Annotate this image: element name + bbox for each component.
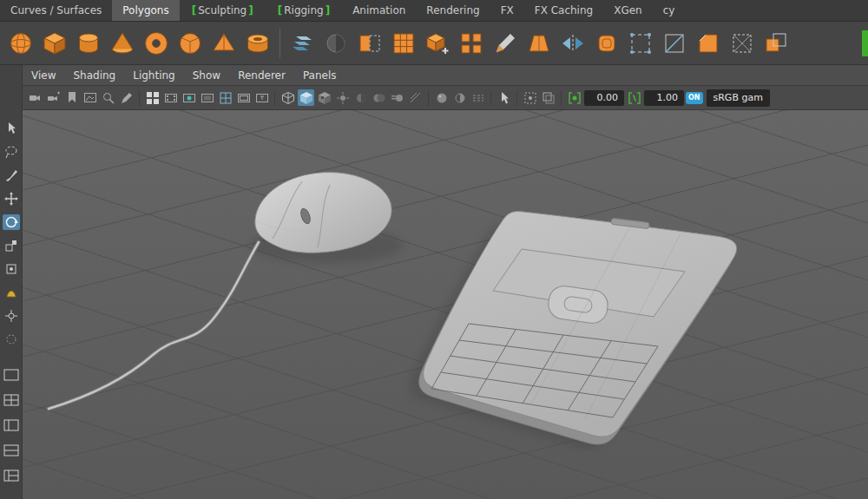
- mirror-geometry-icon[interactable]: [559, 30, 587, 57]
- lasso-tool[interactable]: [3, 144, 20, 160]
- tab-rigging[interactable]: [ Rigging ]: [266, 0, 342, 21]
- universal-manipulator-tool[interactable]: [3, 261, 20, 277]
- last-tool[interactable]: [3, 332, 20, 347]
- poly-sphere-icon[interactable]: [7, 30, 35, 57]
- film-gate-icon[interactable]: [162, 89, 179, 106]
- tab-polygons[interactable]: Polygons: [112, 0, 179, 21]
- viewport-background: [23, 110, 868, 499]
- poly-cube-icon[interactable]: [41, 30, 69, 57]
- toolbar-divider: [561, 90, 562, 106]
- poly-cone-icon[interactable]: [108, 30, 136, 57]
- resolution-gate-icon[interactable]: [181, 89, 197, 106]
- toolbar-divider: [139, 90, 140, 106]
- motion-blur-icon[interactable]: [389, 89, 405, 106]
- show-manipulator-tool[interactable]: [3, 308, 20, 324]
- tab-xgen[interactable]: XGen: [603, 0, 653, 21]
- two-sided-lighting-icon[interactable]: [451, 89, 468, 106]
- shadows-icon[interactable]: [352, 89, 369, 106]
- rotate-tool[interactable]: [3, 214, 20, 230]
- fog-icon[interactable]: [470, 89, 486, 106]
- field-chart-icon[interactable]: [217, 89, 233, 106]
- screen-space-ao-icon[interactable]: [371, 89, 387, 106]
- cube-add-icon[interactable]: [424, 30, 451, 57]
- grid-toggle-icon[interactable]: [144, 89, 161, 106]
- poly-sphere-smooth-icon[interactable]: [176, 30, 204, 57]
- camera-attributes-icon[interactable]: [45, 89, 62, 106]
- shelf-clipped-icon[interactable]: [862, 30, 868, 56]
- persp-outliner-layout[interactable]: [3, 468, 20, 483]
- colorspace-selector[interactable]: sRGB gam: [707, 89, 770, 107]
- shaded-mode-icon[interactable]: [298, 89, 314, 106]
- panel-menu-show[interactable]: Show: [184, 69, 229, 82]
- poly-torus-icon[interactable]: [142, 30, 170, 57]
- panel-menu-lighting[interactable]: Lighting: [124, 69, 184, 82]
- boolean-difference-icon[interactable]: [322, 30, 350, 57]
- panel-menu-view[interactable]: View: [23, 69, 64, 82]
- pane-outliner-layout[interactable]: [3, 417, 20, 433]
- tab-rendering[interactable]: Rendering: [416, 0, 490, 21]
- default-material-icon[interactable]: [433, 89, 450, 106]
- duplicate-face-icon[interactable]: [762, 30, 790, 57]
- paint-select-tool[interactable]: [3, 167, 20, 183]
- poly-pipe-icon[interactable]: [244, 30, 272, 57]
- quad-draw-icon[interactable]: [627, 30, 654, 57]
- append-polygon-icon[interactable]: [491, 30, 519, 57]
- two-pane-stacked-layout[interactable]: [3, 443, 20, 458]
- move-tool[interactable]: [3, 191, 20, 207]
- bookmark-view-icon[interactable]: [63, 89, 80, 106]
- toolbar-divider: [516, 90, 517, 106]
- lattice-icon[interactable]: [728, 30, 756, 57]
- tab-cy[interactable]: cy: [653, 0, 686, 21]
- safe-action-icon[interactable]: [235, 89, 252, 106]
- shelf-divider: [279, 29, 280, 58]
- isolate-select-icon[interactable]: [522, 89, 538, 106]
- panel-menu-panels[interactable]: Panels: [294, 69, 345, 82]
- tab-curves-surfaces[interactable]: Curves / Surfaces: [0, 0, 112, 21]
- textured-mode-icon[interactable]: [316, 89, 332, 106]
- tab-animation[interactable]: Animation: [342, 0, 416, 21]
- gamma-value[interactable]: 1.00: [644, 90, 684, 106]
- use-all-lights-icon[interactable]: [334, 89, 351, 106]
- four-pane-layout[interactable]: [3, 392, 20, 408]
- anti-aliasing-icon[interactable]: [407, 89, 424, 106]
- polygons-shelf: [0, 22, 868, 65]
- gate-mask-icon[interactable]: [199, 89, 215, 106]
- bracket-close-icon: ]: [247, 4, 254, 16]
- panel-menu-renderer[interactable]: Renderer: [229, 69, 294, 82]
- safe-title-icon[interactable]: [253, 89, 270, 106]
- toolbar-divider: [274, 90, 275, 106]
- gamma-toggle-icon[interactable]: [626, 89, 642, 106]
- pan-zoom-icon[interactable]: [100, 89, 116, 106]
- combine-icon[interactable]: [390, 30, 418, 57]
- select-camera-icon[interactable]: [27, 89, 43, 106]
- bracket-close-icon: ]: [324, 4, 332, 16]
- soft-modification-tool[interactable]: [3, 285, 20, 300]
- tab-sculpting[interactable]: [ Sculpting ]: [180, 0, 266, 21]
- image-plane-icon[interactable]: [82, 89, 98, 106]
- bevel-icon[interactable]: [694, 30, 722, 57]
- booleans-icon[interactable]: [288, 30, 316, 57]
- poly-prism-icon[interactable]: [525, 30, 553, 57]
- multi-cut-icon[interactable]: [661, 30, 688, 57]
- poly-pyramid-icon[interactable]: [210, 30, 238, 57]
- select-tool[interactable]: [3, 121, 20, 136]
- poly-cylinder-icon[interactable]: [75, 30, 102, 57]
- grease-pencil-icon[interactable]: [118, 89, 135, 106]
- viewport-canvas[interactable]: [23, 110, 868, 499]
- wireframe-mode-icon[interactable]: [279, 89, 296, 106]
- object-select-cursor-icon[interactable]: [496, 89, 512, 106]
- single-pane-layout[interactable]: [3, 367, 20, 383]
- smooth-cube-icon[interactable]: [593, 30, 621, 57]
- mirror-cut-icon[interactable]: [356, 30, 384, 57]
- exposure-value[interactable]: 0.00: [584, 90, 624, 106]
- scale-tool[interactable]: [3, 238, 20, 253]
- tab-fx[interactable]: FX: [490, 0, 524, 21]
- bracket-open-icon: [: [190, 4, 198, 16]
- panel-menu-shading[interactable]: Shading: [64, 69, 124, 82]
- exposure-toggle-icon[interactable]: [566, 89, 582, 106]
- color-management-toggle[interactable]: ON: [686, 92, 703, 104]
- tab-fx-caching[interactable]: FX Caching: [524, 0, 603, 21]
- x-ray-icon[interactable]: [540, 89, 556, 106]
- mesh-grid-icon[interactable]: [457, 30, 485, 57]
- perspective-viewport[interactable]: [23, 110, 868, 499]
